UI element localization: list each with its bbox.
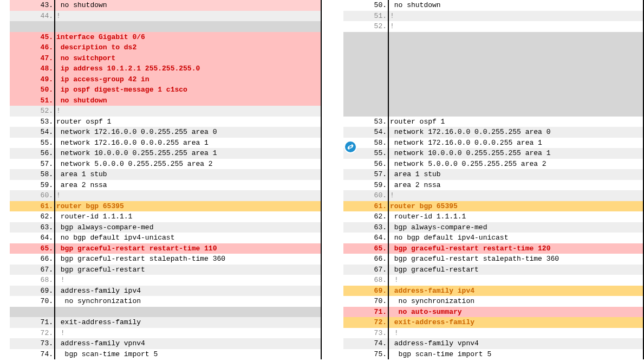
line-text: no bgp default ipv4-unicast [55, 233, 321, 243]
line-number: 58. [10, 169, 55, 180]
diff-row[interactable]: 72. exit-address-family [343, 317, 643, 328]
line-number: 71. [10, 317, 55, 328]
diff-row[interactable]: 52.! [343, 21, 643, 32]
diff-row[interactable]: 71. no auto-summary [343, 307, 643, 318]
diff-row[interactable]: 75. bgp scan-time import 5 [343, 349, 643, 360]
diff-row[interactable]: 61.router bgp 65395 [343, 201, 643, 212]
line-text: bgp scan-time import 5 [55, 349, 321, 360]
diff-row[interactable]: 56. network 5.0.0.0 0.255.255.255 area 2 [343, 159, 643, 170]
line-number: 60. [343, 190, 389, 201]
line-text: area 1 stub [55, 169, 321, 180]
diff-row[interactable]: 56. network 10.0.0.0 0.255.255.255 area … [10, 148, 321, 159]
diff-row[interactable]: 58. network 172.16.0.0 0.0.0.255 area 1 [343, 138, 643, 149]
diff-row[interactable]: 68. ! [10, 275, 321, 286]
diff-row[interactable]: 51.! [343, 11, 643, 22]
diff-row[interactable]: 53.router ospf 1 [10, 117, 321, 127]
diff-row[interactable]: 62. router-id 1.1.1.1 [343, 211, 643, 222]
line-text: bgp graceful-restart restart-time 120 [389, 243, 643, 254]
line-number: 75. [343, 349, 389, 360]
line-text: bgp graceful-restart stalepath-time 360 [389, 254, 643, 265]
diff-row[interactable] [10, 307, 321, 318]
diff-row[interactable]: 65. bgp graceful-restart restart-time 11… [10, 243, 321, 254]
line-number: 66. [10, 254, 55, 265]
line-text [55, 307, 321, 318]
diff-row[interactable]: 60.! [10, 190, 321, 201]
diff-row[interactable]: 68. ! [343, 275, 643, 286]
line-number: 70. [343, 296, 389, 307]
left-pane[interactable]: 43. no shutdown44.!45.interface Gigabit … [0, 0, 322, 359]
moved-line-marker-icon[interactable] [344, 140, 357, 153]
diff-row[interactable]: 59. area 2 nssa [10, 180, 321, 191]
diff-row[interactable]: 73. ! [343, 328, 643, 339]
diff-row[interactable] [343, 74, 643, 85]
diff-row[interactable]: 59. area 2 nssa [343, 180, 643, 191]
diff-row[interactable]: 70. no synchronization [343, 296, 643, 307]
diff-row[interactable]: 69. address-family ipv4 [343, 286, 643, 296]
diff-row[interactable]: 55. network 10.0.0.0 0.255.255.255 area … [343, 148, 643, 159]
diff-row[interactable]: 69. address-family ipv4 [10, 286, 321, 296]
diff-row[interactable] [343, 32, 643, 43]
diff-row[interactable]: 63. bgp always-compare-med [343, 222, 643, 233]
diff-row[interactable]: 54. network 172.16.0.0 0.0.255.255 area … [10, 127, 321, 138]
line-text: area 2 nssa [55, 180, 321, 191]
diff-row[interactable]: 71. exit-address-family [10, 317, 321, 328]
line-number: 52. [10, 106, 55, 117]
line-number [10, 307, 55, 318]
line-number [343, 74, 389, 85]
line-number: 59. [10, 180, 55, 191]
diff-row[interactable] [343, 85, 643, 95]
diff-row[interactable]: 49. ip access-group 42 in [10, 74, 321, 85]
diff-row[interactable]: 54. network 172.16.0.0 0.0.255.255 area … [343, 127, 643, 138]
diff-row[interactable]: 44.! [10, 11, 321, 22]
diff-row[interactable]: 65. bgp graceful-restart restart-time 12… [343, 243, 643, 254]
line-text: router bgp 65395 [389, 201, 643, 212]
diff-row[interactable]: 47. no switchport [10, 53, 321, 64]
line-number [343, 63, 389, 74]
diff-row[interactable]: 53.router ospf 1 [343, 117, 643, 127]
line-number: 60. [10, 190, 55, 201]
line-number: 72. [343, 317, 389, 328]
diff-row[interactable]: 55. network 172.16.0.0 0.0.0.255 area 1 [10, 138, 321, 149]
diff-row[interactable]: 50. no shutdown [343, 0, 643, 11]
diff-row[interactable]: 60.! [343, 190, 643, 201]
diff-row[interactable]: 58. area 1 stub [10, 169, 321, 180]
diff-row[interactable]: 70. no synchronization [10, 296, 321, 307]
diff-row[interactable]: 66. bgp graceful-restart stalepath-time … [343, 254, 643, 265]
diff-row[interactable]: 61.router bgp 65395 [10, 201, 321, 212]
line-number: 63. [10, 222, 55, 233]
diff-row[interactable]: 66. bgp graceful-restart stalepath-time … [10, 254, 321, 265]
diff-row[interactable]: 64. no bgp default ipv4-unicast [10, 233, 321, 243]
diff-row[interactable]: 72. ! [10, 328, 321, 339]
diff-row[interactable]: 51. no shutdown [10, 95, 321, 106]
diff-row[interactable] [343, 106, 643, 117]
diff-row[interactable]: 74. address-family vpnv4 [343, 338, 643, 349]
diff-row[interactable]: 50. ip ospf digest-message 1 c1sco [10, 85, 321, 95]
diff-row[interactable]: 63. bgp always-compare-med [10, 222, 321, 233]
diff-row[interactable]: 43. no shutdown [10, 0, 321, 11]
line-text: ! [389, 328, 643, 339]
diff-row[interactable]: 73. address-family vpnv4 [10, 338, 321, 349]
diff-row[interactable]: 64. no bgp default ipv4-unicast [343, 233, 643, 243]
diff-row[interactable]: 46. description to ds2 [10, 42, 321, 53]
line-number: 71. [343, 307, 389, 318]
diff-row[interactable]: 57. network 5.0.0.0 0.255.255.255 area 2 [10, 159, 321, 170]
diff-row[interactable]: 57. area 1 stub [343, 169, 643, 180]
line-number: 61. [10, 201, 55, 212]
diff-row[interactable]: 48. ip address 10.1.2.1 255.255.255.0 [10, 63, 321, 74]
line-text: address-family ipv4 [55, 286, 321, 296]
diff-row[interactable] [343, 42, 643, 53]
diff-row[interactable]: 45.interface Gigabit 0/6 [10, 32, 321, 43]
diff-row[interactable]: 52.! [10, 106, 321, 117]
line-text [389, 106, 643, 117]
diff-row[interactable] [10, 21, 321, 32]
diff-row[interactable] [343, 53, 643, 64]
diff-row[interactable]: 67. bgp graceful-restart [343, 265, 643, 275]
line-text: bgp graceful-restart stalepath-time 360 [55, 254, 321, 265]
diff-row[interactable]: 62. router-id 1.1.1.1 [10, 211, 321, 222]
diff-row[interactable]: 74. bgp scan-time import 5 [10, 349, 321, 360]
line-number [343, 53, 389, 64]
diff-row[interactable]: 67. bgp graceful-restart [10, 265, 321, 275]
diff-row[interactable] [343, 63, 643, 74]
right-pane[interactable]: 50. no shutdown51.!52.!53.router ospf 15… [322, 0, 644, 359]
diff-row[interactable] [343, 95, 643, 106]
